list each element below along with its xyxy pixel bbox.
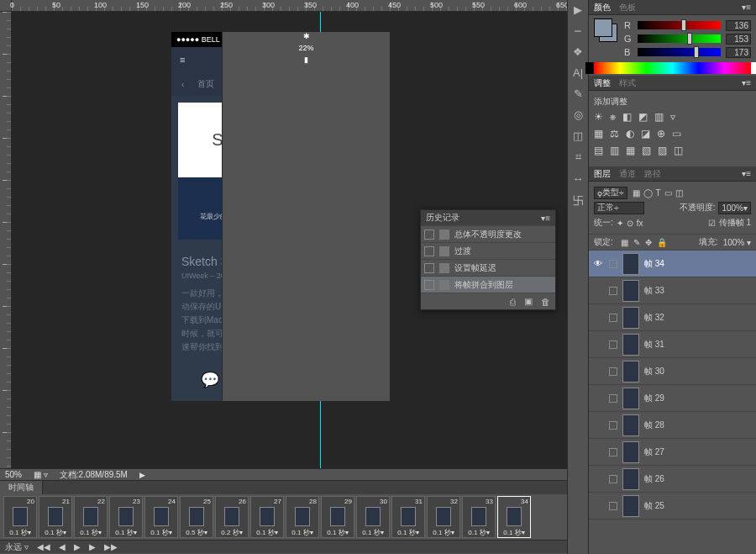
adjustment-icon[interactable]: ⚖ — [610, 128, 619, 140]
history-checkbox[interactable] — [424, 230, 434, 240]
layer-row[interactable]: 帧 27 — [589, 439, 756, 466]
layer-filter-icon[interactable]: ▦ — [633, 188, 640, 198]
timeline-tab[interactable]: 时间轴 — [0, 481, 43, 494]
frame-duration[interactable]: 0.1 秒▾ — [115, 528, 136, 537]
layer-name[interactable]: 帧 31 — [644, 339, 664, 351]
visibility-toggle[interactable]: 👁 — [592, 259, 604, 268]
frame-duration[interactable]: 0.1 秒▾ — [503, 528, 524, 537]
frame-duration[interactable]: 0.1 秒▾ — [468, 528, 489, 537]
timeline-frame[interactable]: 300.1 秒▾ — [356, 496, 390, 538]
adjustment-icon[interactable]: ▥ — [654, 111, 664, 123]
fg-color-swatch[interactable] — [594, 18, 612, 37]
lock-icon[interactable]: ✎ — [633, 238, 640, 247]
adjustment-icon[interactable]: ⊕ — [657, 128, 665, 140]
layer-name[interactable]: 帧 26 — [644, 473, 664, 485]
frame-duration[interactable]: 0.1 秒▾ — [433, 528, 454, 537]
tab-channels[interactable]: 通道 — [619, 168, 636, 180]
adjustment-icon[interactable]: ◩ — [638, 111, 648, 123]
layer-row[interactable]: 帧 31 — [589, 331, 756, 358]
history-header[interactable]: 历史记录 ▾≡ — [421, 210, 555, 225]
adjustment-icon[interactable]: ◐ — [626, 128, 634, 140]
timeline-frame[interactable]: 260.2 秒▾ — [215, 496, 249, 538]
layer-link-box[interactable] — [609, 287, 617, 295]
frame-duration[interactable]: 0.1 秒▾ — [291, 528, 312, 537]
layer-link-box[interactable] — [609, 314, 617, 322]
tab-layers[interactable]: 图层 — [594, 168, 611, 180]
timeline-frame[interactable]: 270.1 秒▾ — [250, 496, 284, 538]
unify-style-icon[interactable]: fx — [637, 219, 643, 228]
tab-styles[interactable]: 样式 — [619, 77, 636, 89]
layer-name[interactable]: 帧 32 — [644, 312, 664, 324]
adjustment-icon[interactable]: ▭ — [672, 128, 681, 140]
ruler-vertical[interactable] — [0, 12, 12, 468]
tool-icon[interactable]: ◎ — [574, 108, 583, 121]
tool-icon[interactable]: ↔ — [573, 172, 584, 185]
timeline-frame[interactable]: 240.1 秒▾ — [144, 496, 178, 538]
tab-swatches[interactable]: 色板 — [619, 2, 636, 13]
spectrum-bar[interactable] — [594, 62, 751, 74]
layer-link-box[interactable] — [609, 475, 617, 483]
layer-row[interactable]: 👁帧 34 — [589, 251, 756, 277]
history-item[interactable]: 过渡 — [421, 242, 555, 259]
frame-duration[interactable]: 0.5 秒▾ — [186, 528, 207, 537]
timeline-frame[interactable]: 250.5 秒▾ — [180, 496, 213, 538]
layer-name[interactable]: 帧 30 — [644, 366, 664, 377]
frame-duration[interactable]: 0.1 秒▾ — [397, 528, 418, 537]
layer-link-box[interactable] — [609, 421, 617, 430]
layer-name[interactable]: 帧 34 — [644, 258, 664, 270]
timeline-frame[interactable]: 330.1 秒▾ — [462, 496, 496, 538]
tool-icon[interactable]: ⌗ — [575, 150, 581, 164]
timeline-frame[interactable]: 340.1 秒▾ — [497, 496, 531, 538]
layer-filter-icon[interactable]: ▭ — [664, 188, 672, 198]
timeline-frame[interactable]: 320.1 秒▾ — [427, 496, 460, 538]
tool-icon[interactable]: ▶ — [574, 3, 582, 16]
first-frame-button[interactable]: ◀◀ — [37, 542, 50, 551]
tool-icon[interactable]: A| — [573, 66, 583, 79]
layer-link-box[interactable] — [609, 448, 617, 456]
frame-duration[interactable]: 0.1 秒▾ — [9, 528, 30, 537]
layer-name[interactable]: 帧 29 — [644, 393, 664, 404]
layer-row[interactable]: 帧 30 — [589, 358, 756, 385]
history-item[interactable]: 设置帧延迟 — [421, 259, 555, 276]
frame-duration[interactable]: 0.1 秒▾ — [362, 528, 383, 537]
layer-name[interactable]: 帧 33 — [644, 285, 664, 297]
history-checkbox[interactable] — [424, 246, 434, 256]
frame-duration[interactable]: 0.1 秒▾ — [45, 528, 66, 537]
tool-icon[interactable]: ⎼ — [575, 24, 581, 37]
tab-adjustments[interactable]: 调整 — [594, 77, 611, 89]
layer-filter-icon[interactable]: T — [656, 188, 661, 198]
loop-dropdown[interactable]: 永远 ▿ — [5, 541, 29, 553]
adjustment-icon[interactable]: ⎈ — [610, 111, 616, 123]
ruler-horizontal[interactable]: 050100150200250300350400450500550600650 — [12, 0, 567, 12]
layer-row[interactable]: 帧 29 — [589, 385, 756, 412]
last-frame-button[interactable]: ▶▶ — [104, 542, 118, 551]
tool-icon[interactable]: 卐 — [573, 193, 584, 208]
color-slider[interactable] — [638, 48, 721, 56]
panel-menu-icon[interactable]: ▾≡ — [742, 169, 751, 178]
timeline-frame[interactable]: 200.1 秒▾ — [3, 496, 37, 538]
tool-icon[interactable]: ❖ — [573, 45, 583, 58]
timeline-frame[interactable]: 220.1 秒▾ — [74, 496, 108, 538]
layer-row[interactable]: 帧 26 — [589, 466, 756, 493]
fill-field[interactable]: 100% ▾ — [723, 238, 751, 247]
lock-icon[interactable]: ✥ — [645, 238, 652, 247]
slider-thumb[interactable] — [681, 19, 686, 31]
layer-link-box[interactable] — [609, 260, 617, 268]
unify-visibility-icon[interactable]: ⊙ — [627, 219, 633, 228]
layer-name[interactable]: 帧 25 — [644, 500, 664, 512]
propagate-checkbox[interactable]: ☑ — [708, 219, 716, 228]
history-panel[interactable]: 历史记录 ▾≡ 总体不透明度更改过渡设置帧延迟将帧拼合到图层 ⎙ ▣ 🗑 — [420, 209, 556, 310]
channel-value[interactable]: 153 — [726, 34, 751, 45]
layer-row[interactable]: 帧 28 — [589, 412, 756, 439]
adjustment-icon[interactable]: ◫ — [674, 145, 683, 156]
lock-icon[interactable]: ▦ — [621, 238, 628, 247]
panel-menu-icon[interactable]: ▾≡ — [742, 3, 751, 12]
new-state-icon[interactable]: ▣ — [524, 296, 533, 307]
adjustment-icon[interactable]: ▿ — [670, 111, 675, 123]
color-swatches[interactable] — [594, 18, 619, 44]
frame-duration[interactable]: 0.2 秒▾ — [221, 528, 242, 537]
tool-icon[interactable]: ✎ — [574, 87, 583, 100]
unify-position-icon[interactable]: ✦ — [617, 219, 623, 228]
history-item[interactable]: 总体不透明度更改 — [421, 225, 555, 242]
layer-link-box[interactable] — [609, 340, 617, 349]
